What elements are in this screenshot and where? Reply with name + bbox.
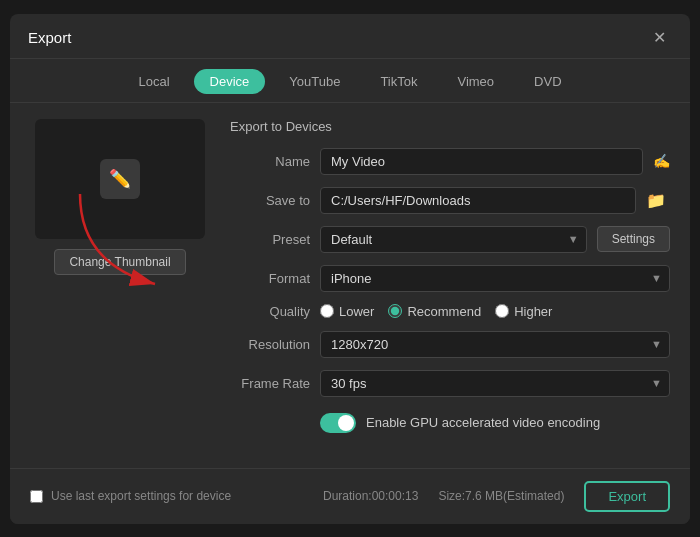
quality-label: Quality [230, 304, 310, 319]
resolution-select[interactable]: 1280x720 [320, 331, 670, 358]
quality-lower-label[interactable]: Lower [320, 304, 374, 319]
quality-options: Lower Recommend Higher [320, 304, 552, 319]
footer-left: Use last export settings for device [30, 489, 231, 503]
gpu-toggle-row: Enable GPU accelerated video encoding [230, 413, 670, 433]
settings-button[interactable]: Settings [597, 226, 670, 252]
footer-right: Duration:00:00:13 Size:7.6 MB(Estimated)… [323, 481, 670, 512]
close-button[interactable]: ✕ [647, 28, 672, 48]
save-path-input[interactable] [320, 187, 636, 214]
format-label: Format [230, 271, 310, 286]
frame-rate-row: Frame Rate 30 fps ▼ [230, 370, 670, 397]
gpu-toggle[interactable] [320, 413, 356, 433]
quality-lower-text: Lower [339, 304, 374, 319]
tab-vimeo[interactable]: Vimeo [441, 69, 510, 94]
tab-device[interactable]: Device [194, 69, 266, 94]
change-thumbnail-button[interactable]: Change Thumbnail [54, 249, 185, 275]
format-select-wrapper: iPhone ▼ [320, 265, 670, 292]
browse-folder-button[interactable]: 📁 [642, 189, 670, 212]
quality-recommend-radio[interactable] [388, 304, 402, 318]
preset-select-wrapper: Default ▼ [320, 226, 587, 253]
dialog-header: Export ✕ [10, 14, 690, 59]
save-to-label: Save to [230, 193, 310, 208]
edit-icon: ✏️ [100, 159, 140, 199]
format-row: Format iPhone ▼ [230, 265, 670, 292]
quality-higher-label[interactable]: Higher [495, 304, 552, 319]
export-dialog: Export ✕ Local Device YouTube TikTok Vim… [10, 14, 690, 524]
section-title: Export to Devices [230, 119, 670, 134]
quality-row: Quality Lower Recommend Higher [230, 304, 670, 319]
quality-recommend-text: Recommend [407, 304, 481, 319]
quality-higher-text: Higher [514, 304, 552, 319]
name-label: Name [230, 154, 310, 169]
gpu-label: Enable GPU accelerated video encoding [366, 415, 600, 430]
preset-select[interactable]: Default [320, 226, 587, 253]
main-content: ✏️ Change Thumbnail Export to Devices Na… [10, 103, 690, 449]
tab-local[interactable]: Local [122, 69, 185, 94]
preset-row: Preset Default ▼ Settings [230, 226, 670, 253]
quality-lower-radio[interactable] [320, 304, 334, 318]
dialog-footer: Use last export settings for device Dura… [10, 468, 690, 524]
dialog-title: Export [28, 29, 71, 46]
right-panel: Export to Devices Name ✍️ Save to 📁 Pres… [230, 119, 670, 433]
duration-info: Duration:00:00:13 [323, 489, 418, 503]
save-to-row: Save to 📁 [230, 187, 670, 214]
name-input[interactable] [320, 148, 643, 175]
ai-icon: ✍️ [653, 153, 670, 169]
tab-dvd[interactable]: DVD [518, 69, 577, 94]
export-button[interactable]: Export [584, 481, 670, 512]
format-select[interactable]: iPhone [320, 265, 670, 292]
frame-rate-select-wrapper: 30 fps ▼ [320, 370, 670, 397]
frame-rate-label: Frame Rate [230, 376, 310, 391]
quality-higher-radio[interactable] [495, 304, 509, 318]
last-settings-label: Use last export settings for device [51, 489, 231, 503]
preset-label: Preset [230, 232, 310, 247]
tabs-bar: Local Device YouTube TikTok Vimeo DVD [10, 59, 690, 103]
size-info: Size:7.6 MB(Estimated) [438, 489, 564, 503]
tab-youtube[interactable]: YouTube [273, 69, 356, 94]
name-row: Name ✍️ [230, 148, 670, 175]
left-panel: ✏️ Change Thumbnail [30, 119, 210, 433]
save-to-field: 📁 [320, 187, 670, 214]
frame-rate-select[interactable]: 30 fps [320, 370, 670, 397]
last-settings-checkbox[interactable] [30, 490, 43, 503]
resolution-label: Resolution [230, 337, 310, 352]
thumbnail-preview: ✏️ [35, 119, 205, 239]
quality-recommend-label[interactable]: Recommend [388, 304, 481, 319]
resolution-row: Resolution 1280x720 ▼ [230, 331, 670, 358]
tab-tiktok[interactable]: TikTok [364, 69, 433, 94]
resolution-select-wrapper: 1280x720 ▼ [320, 331, 670, 358]
